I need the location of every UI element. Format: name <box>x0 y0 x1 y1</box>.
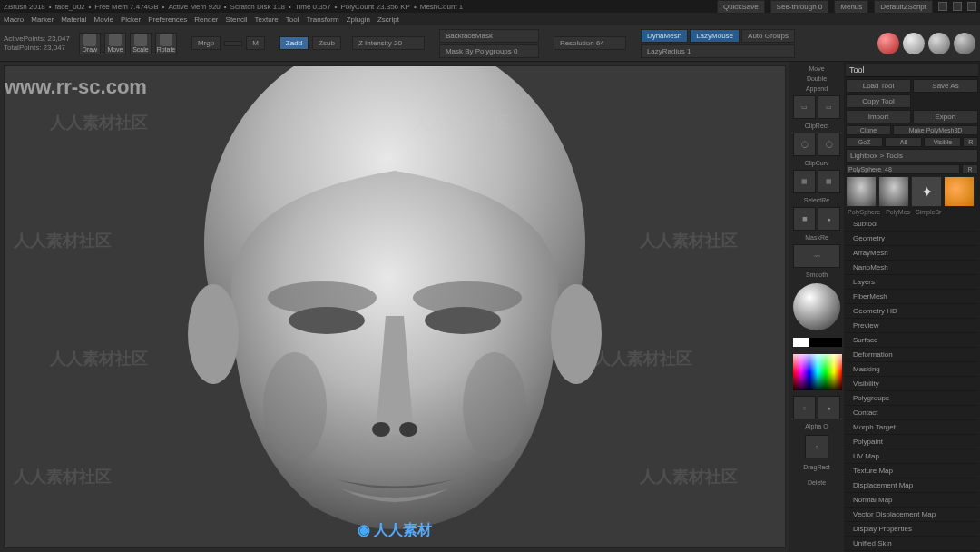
alpha6-icon[interactable]: ● <box>818 396 840 419</box>
seethrough-slider[interactable]: See-through 0 <box>770 0 829 14</box>
section-fibermesh[interactable]: FiberMesh <box>846 290 978 304</box>
cliprect-icon[interactable]: ▭ <box>793 95 816 119</box>
zsub-toggle[interactable]: Zsub <box>312 36 341 50</box>
menu-stencil[interactable]: Stencil <box>226 15 248 24</box>
viewport[interactable]: www.rr-sc.com 人人素材社区 人人素材社区 人人素材社区 人人素材社… <box>4 65 786 548</box>
menu-preferences[interactable]: Preferences <box>148 15 187 24</box>
maskre-icon[interactable]: ◼ <box>793 207 816 231</box>
menu-tool[interactable]: Tool <box>286 15 299 24</box>
rgb-toggle[interactable] <box>224 41 242 46</box>
section-normal-map[interactable]: Normal Map <box>846 493 978 508</box>
material-basic[interactable] <box>954 33 975 54</box>
dragrect-icon[interactable]: ↕ <box>805 435 828 458</box>
menu-zscript[interactable]: Zscript <box>377 15 399 24</box>
minimize-icon[interactable] <box>938 2 947 11</box>
color-swatches[interactable] <box>793 338 842 347</box>
section-texture-map[interactable]: Texture Map <box>846 464 978 478</box>
section-layers[interactable]: Layers <box>846 275 978 290</box>
clipcircl-icon[interactable]: ◯ <box>818 133 840 156</box>
all-button[interactable]: All <box>885 137 922 147</box>
autogroups-button[interactable]: Auto Groups <box>741 29 795 43</box>
close-icon[interactable] <box>967 2 976 11</box>
mask-polygroups-slider[interactable]: Mask By Polygroups 0 <box>439 44 539 58</box>
move-button[interactable]: Move <box>104 33 126 54</box>
section-polygroups[interactable]: Polygroups <box>846 391 978 406</box>
section-subtool[interactable]: Subtool <box>846 217 978 232</box>
delete-label[interactable]: Delete <box>793 479 840 486</box>
lazyradius-slider[interactable]: LazyRadius 1 <box>641 44 795 58</box>
zintensity-slider[interactable]: Z Intensity 20 <box>352 36 425 50</box>
material-matcap[interactable] <box>928 33 950 54</box>
thumb-head[interactable] <box>846 176 877 207</box>
thumb-star[interactable]: ✦ <box>911 176 942 207</box>
save-as-button[interactable]: Save As <box>913 79 978 93</box>
section-uv-map[interactable]: UV Map <box>846 449 978 464</box>
mrgb-toggle[interactable]: Mrgb <box>191 36 220 50</box>
backface-toggle[interactable]: BackfaceMask <box>439 29 539 43</box>
selectla-icon[interactable]: ▦ <box>818 170 840 193</box>
menu-transform[interactable]: Transform <box>306 15 338 24</box>
rotate-button[interactable]: Rotate <box>155 33 177 54</box>
alpha0-icon[interactable]: ○ <box>793 396 816 419</box>
lazymouse-toggle[interactable]: LazyMouse <box>690 29 740 43</box>
load-tool-button[interactable]: Load Tool <box>846 79 911 93</box>
section-vector-displacement-map[interactable]: Vector Displacement Map <box>846 508 978 522</box>
section-display-properties[interactable]: Display Properties <box>846 522 978 537</box>
selectre-icon[interactable]: ▦ <box>793 170 816 193</box>
section-polypaint[interactable]: Polypaint <box>846 435 978 449</box>
copy-tool-button[interactable]: Copy Tool <box>846 94 911 108</box>
menu-render[interactable]: Render <box>194 15 218 24</box>
resolution-slider[interactable]: Resolution 64 <box>554 36 626 50</box>
cliprect2-icon[interactable]: ▭ <box>818 95 840 119</box>
import-button[interactable]: Import <box>846 110 911 123</box>
color-gradient[interactable] <box>793 354 842 390</box>
section-arraymesh[interactable]: ArrayMesh <box>846 246 978 261</box>
menu-zplugin[interactable]: Zplugin <box>347 15 370 24</box>
menu-texture[interactable]: Texture <box>255 15 279 24</box>
dynamesh-toggle[interactable]: DynaMesh <box>641 29 688 43</box>
menu-macro[interactable]: Macro <box>4 15 24 24</box>
section-contact[interactable]: Contact <box>846 406 978 420</box>
lightbox-button[interactable]: Lightbox > Tools <box>846 149 978 163</box>
quicksave-button[interactable]: QuickSave <box>717 0 765 14</box>
menu-movie[interactable]: Movie <box>94 15 113 24</box>
section-geometry[interactable]: Geometry <box>846 232 978 246</box>
clipcurv-icon[interactable]: ◯ <box>793 133 816 156</box>
section-deformation[interactable]: Deformation <box>846 348 978 362</box>
scale-button[interactable]: Scale <box>130 33 152 54</box>
menu-picker[interactable]: Picker <box>121 15 141 24</box>
thumb-head2[interactable] <box>878 176 909 207</box>
section-geometry-hd[interactable]: Geometry HD <box>846 304 978 319</box>
section-nanomesh[interactable]: NanoMesh <box>846 261 978 275</box>
smooth-icon[interactable]: 〰 <box>793 244 840 268</box>
menu-material[interactable]: Material <box>61 15 86 24</box>
section-preview[interactable]: Preview <box>846 319 978 333</box>
head-model[interactable] <box>113 65 676 548</box>
maximize-icon[interactable] <box>953 2 962 11</box>
section-unified-skin[interactable]: Unified Skin <box>846 537 978 551</box>
polysphere-label[interactable]: PolySphere_48 <box>846 164 960 174</box>
maskcirc-icon[interactable]: ● <box>818 207 840 231</box>
section-visibility[interactable]: Visibility <box>846 377 978 391</box>
section-morph-target[interactable]: Morph Target <box>846 420 978 435</box>
zadd-toggle[interactable]: Zadd <box>279 36 309 50</box>
menus-button[interactable]: Menus <box>834 0 868 14</box>
clone-button[interactable]: Clone <box>846 125 891 135</box>
goz-button[interactable]: GoZ <box>846 137 883 147</box>
material-red[interactable] <box>877 33 899 54</box>
default-script[interactable]: DefaultZScript <box>874 0 933 14</box>
thumb-cylinder[interactable] <box>944 176 975 207</box>
section-masking[interactable]: Masking <box>846 362 978 377</box>
material-preview[interactable] <box>793 283 840 330</box>
export-button[interactable]: Export <box>913 110 978 123</box>
make-polymesh-button[interactable]: Make PolyMesh3D <box>893 125 978 135</box>
menu-marker[interactable]: Marker <box>31 15 54 24</box>
r-button[interactable]: R <box>963 137 978 147</box>
m-toggle[interactable]: M <box>246 36 265 50</box>
section-surface[interactable]: Surface <box>846 333 978 348</box>
r2-button[interactable]: R <box>962 164 978 174</box>
material-gray[interactable] <box>903 33 925 54</box>
visible-button[interactable]: Visible <box>924 137 961 147</box>
draw-button[interactable]: Draw <box>79 33 101 54</box>
section-displacement-map[interactable]: Displacement Map <box>846 478 978 493</box>
